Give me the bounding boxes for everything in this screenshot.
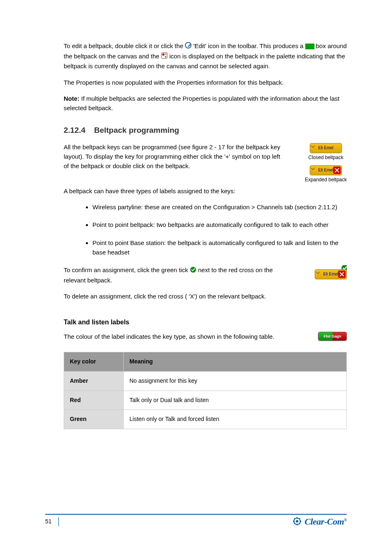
subheading-talk-listen: Talk and listen labels (64, 317, 347, 328)
svg-rect-9 (297, 524, 297, 525)
check-icon (190, 266, 196, 275)
section-number: 2.12.4 (64, 126, 85, 134)
section-heading-beltpack-programming: 2.12.4 Beltpack programming (64, 124, 347, 136)
edit-icon (185, 42, 191, 51)
note-paragraph: Note: If multiple beltpacks are selected… (64, 94, 347, 113)
role-icon (161, 52, 168, 61)
beltpack-label: Eli Emel (323, 272, 339, 276)
cell-meaning: No assignment for this key (124, 372, 347, 391)
cell-keycolor: Green (64, 410, 124, 429)
text-fragment: on the relevant beltpack. (199, 293, 266, 300)
table-row: Green Listen only or Talk and forced lis… (64, 410, 347, 429)
figure-closed-beltpack: Eli Emel Closed beltpack Eli Emel Expand… (305, 142, 347, 184)
table-header-keycolor: Key color (64, 352, 124, 372)
expand-notch-icon (316, 270, 320, 274)
table-header-meaning: Meaning (124, 352, 347, 372)
text-fragment: To confirm an assignment, click the gree… (64, 266, 190, 273)
close-icon (338, 271, 346, 278)
page-footer: 51 Clear-Com® (45, 514, 347, 517)
note-label: Note: (64, 95, 79, 102)
page-body: To edit a beltpack, double click it or c… (64, 41, 347, 429)
key-color-table: Key color Meaning Amber No assignment fo… (64, 352, 347, 429)
figure-caption-closed: Closed beltpack (305, 154, 347, 162)
cell-meaning: Listen only or Talk and forced listen (124, 410, 347, 429)
green-highlight-swatch (305, 44, 314, 49)
footer-divider (58, 517, 59, 526)
paragraph-confirm-assignment: To confirm an assignment, click the gree… (64, 265, 285, 285)
beltpack-with-confirm-delete: Eli Emel (315, 269, 347, 279)
note-text: If multiple beltpacks are selected the P… (64, 95, 339, 111)
cell-keycolor: Amber (64, 372, 124, 391)
text-fragment: 'Edit' icon in the toolbar. This produce… (193, 42, 305, 49)
beltpack-label: Eli Emel (318, 146, 334, 150)
page-number: 51 (45, 518, 52, 525)
paragraph-label-types: A beltpack can have three types of label… (64, 186, 347, 196)
paragraph-properties-populated: The Properties is now populated with the… (64, 78, 347, 87)
brand-logo: Clear-Com® (293, 516, 347, 528)
paragraph-edit-beltpack: To edit a beltpack, double click it or c… (64, 41, 347, 71)
paragraph-delete-assignment: To delete an assignment, click the red c… (64, 291, 285, 301)
beltpack-label: Eli Emel (318, 168, 334, 172)
paragraph-programming-intro: All the beltpack keys can be programmed … (64, 142, 281, 171)
svg-point-4 (165, 53, 166, 55)
beltpack-label: Flor Gagn (318, 332, 346, 340)
table-row: Red Talk only or Dual talk and listen (64, 391, 347, 410)
text-fragment: To edit a beltpack, double click it or c… (64, 42, 185, 49)
expand-notch-icon (311, 166, 315, 170)
trademark-symbol: ® (344, 518, 347, 522)
svg-rect-11 (300, 521, 301, 522)
list-item: Point to point Base station: the beltpac… (92, 238, 347, 257)
svg-rect-8 (297, 517, 297, 519)
gear-icon (293, 517, 301, 528)
section-title: Beltpack programming (94, 126, 179, 134)
paragraph-key-color: The colour of the label indicates the ke… (64, 332, 293, 341)
cell-keycolor: Red (64, 391, 124, 410)
brand-name: Clear-Com (304, 516, 344, 527)
list-item: Point to point beltpack: two beltpacks a… (92, 220, 347, 229)
list-item: Wireless partyline: these are created on… (92, 202, 347, 212)
label-types-list: Wireless partyline: these are created on… (92, 202, 347, 257)
text-fragment: ( 'X') (185, 293, 199, 300)
svg-point-6 (190, 266, 196, 272)
figure-confirm-delete: Eli Emel (315, 265, 347, 279)
cell-meaning: Talk only or Dual talk and listen (124, 391, 347, 410)
text-fragment: To delete an assignment, click the red c… (64, 293, 183, 300)
beltpack-closed-button: Eli Emel (310, 143, 342, 153)
svg-rect-10 (293, 521, 295, 522)
table-header-row: Key color Meaning (64, 352, 347, 372)
svg-rect-3 (162, 53, 164, 56)
figure-talk-listen-key: Flor Gagn (318, 332, 347, 343)
expand-notch-icon (311, 143, 315, 148)
table-row: Amber No assignment for this key (64, 372, 347, 391)
close-icon (333, 166, 341, 174)
talk-listen-key: Flor Gagn (318, 332, 347, 341)
beltpack-expanded-button: Eli Emel (310, 165, 342, 175)
svg-point-16 (296, 520, 298, 523)
figure-caption-expanded: Expanded beltpack (305, 176, 347, 184)
